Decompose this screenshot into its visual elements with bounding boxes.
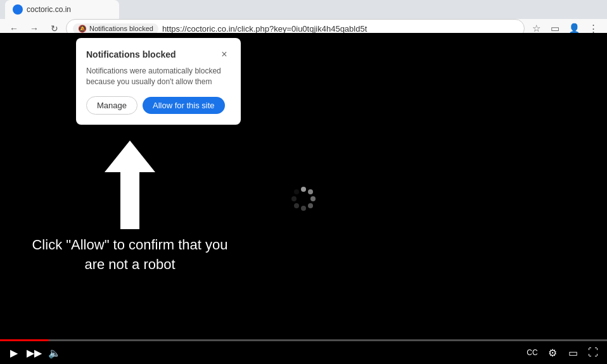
popup-close-button[interactable]: × bbox=[218, 48, 231, 61]
svg-point-3 bbox=[308, 203, 313, 208]
skip-button[interactable]: ▶▶ bbox=[27, 345, 42, 360]
subtitles-button[interactable]: CC bbox=[525, 345, 540, 360]
svg-point-4 bbox=[301, 206, 306, 211]
volume-button[interactable]: 🔈 bbox=[47, 345, 62, 360]
settings-button[interactable]: ⚙ bbox=[545, 345, 560, 360]
instruction-line1: Click "Allow" to confirm that you bbox=[32, 237, 227, 253]
arrow-head bbox=[105, 141, 155, 172]
tab-title: coctoric.co.in bbox=[27, 5, 112, 14]
arrow-shaft bbox=[120, 172, 139, 229]
manage-button[interactable]: Manage bbox=[86, 96, 137, 115]
popup-buttons: Manage Allow for this site bbox=[86, 96, 231, 115]
svg-point-5 bbox=[294, 203, 299, 208]
notification-popup: Notifications blocked × Notifications we… bbox=[76, 38, 241, 125]
browser-chrome: coctoric.co.in ← → ↻ 🔕 Notifications blo… bbox=[0, 0, 607, 33]
svg-point-6 bbox=[291, 196, 297, 201]
bell-slash-icon: 🔕 bbox=[78, 25, 87, 33]
theater-button[interactable]: ▭ bbox=[565, 345, 580, 360]
content-area: Notifications blocked × Notifications we… bbox=[0, 33, 607, 364]
instruction-line2: are not a robot bbox=[84, 256, 175, 272]
allow-for-this-site-button[interactable]: Allow for this site bbox=[143, 97, 225, 114]
spinner-svg bbox=[288, 183, 319, 215]
tab-favicon bbox=[13, 4, 23, 15]
popup-title: Notifications blocked bbox=[86, 49, 176, 60]
fullscreen-button[interactable]: ⛶ bbox=[585, 345, 601, 360]
svg-point-2 bbox=[310, 196, 316, 201]
notifications-blocked-badge: 🔕 Notifications blocked bbox=[73, 23, 158, 34]
video-right-controls: CC ⚙ ▭ ⛶ bbox=[525, 345, 601, 360]
popup-header: Notifications blocked × bbox=[86, 48, 231, 61]
url-text: https://coctoric.co.in/click.php?key=0iu… bbox=[162, 24, 518, 34]
play-button[interactable]: ▶ bbox=[6, 345, 22, 360]
browser-tabs: coctoric.co.in bbox=[0, 0, 607, 19]
loading-spinner bbox=[288, 183, 319, 215]
svg-point-0 bbox=[301, 187, 306, 192]
browser-tab[interactable]: coctoric.co.in bbox=[5, 0, 119, 19]
pointing-arrow bbox=[105, 141, 155, 229]
popup-description: Notifications were automatically blocked… bbox=[86, 66, 231, 87]
video-controls-bar: ▶ ▶▶ 🔈 CC ⚙ ▭ ⛶ bbox=[0, 341, 607, 364]
blocked-label: Notifications blocked bbox=[89, 25, 153, 32]
svg-point-1 bbox=[308, 189, 313, 194]
svg-point-7 bbox=[294, 189, 299, 194]
instruction-text: Click "Allow" to confirm that you are no… bbox=[32, 235, 228, 275]
